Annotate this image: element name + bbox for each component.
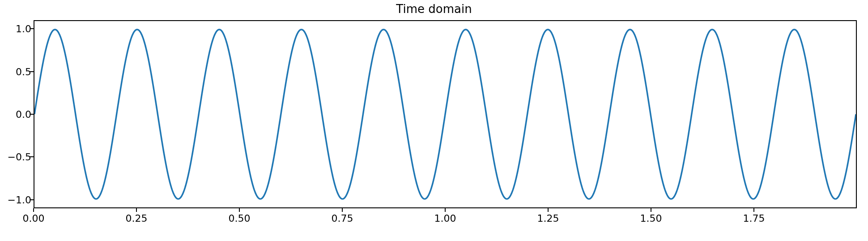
y-tick-mark xyxy=(30,199,34,200)
x-tick-label: 0.50 xyxy=(229,213,251,224)
y-tick-mark xyxy=(30,156,34,157)
x-tick-label: 0.75 xyxy=(332,213,353,224)
y-tick-label: −1.0 xyxy=(4,194,31,205)
x-tick-label: 1.75 xyxy=(743,213,765,224)
y-tick-label: 0.0 xyxy=(4,109,31,120)
x-tick-mark xyxy=(548,208,549,212)
x-tick-mark xyxy=(651,208,651,212)
x-tick-mark xyxy=(342,208,343,212)
y-tick-mark xyxy=(30,28,34,29)
x-tick-label: 0.25 xyxy=(126,213,148,224)
x-tick-mark xyxy=(136,208,137,212)
y-tick-mark xyxy=(30,71,34,72)
y-tick-mark xyxy=(30,114,34,115)
signal-line xyxy=(34,30,856,199)
plot-area xyxy=(34,20,857,208)
y-tick-label: 1.0 xyxy=(4,23,31,34)
time-domain-chart: Time domain −1.0−0.50.00.51.0 0.000.250.… xyxy=(0,0,868,241)
x-tick-mark xyxy=(445,208,446,212)
x-tick-mark xyxy=(753,208,754,212)
x-tick-label: 1.25 xyxy=(537,213,559,224)
chart-title: Time domain xyxy=(396,2,472,16)
x-tick-mark xyxy=(33,208,34,212)
line-plot-svg xyxy=(34,21,856,207)
x-tick-label: 1.00 xyxy=(434,213,456,224)
x-tick-label: 0.00 xyxy=(23,213,45,224)
x-tick-mark xyxy=(239,208,240,212)
y-tick-label: −0.5 xyxy=(4,151,31,163)
x-tick-label: 1.50 xyxy=(640,213,662,224)
y-tick-label: 0.5 xyxy=(4,66,31,77)
